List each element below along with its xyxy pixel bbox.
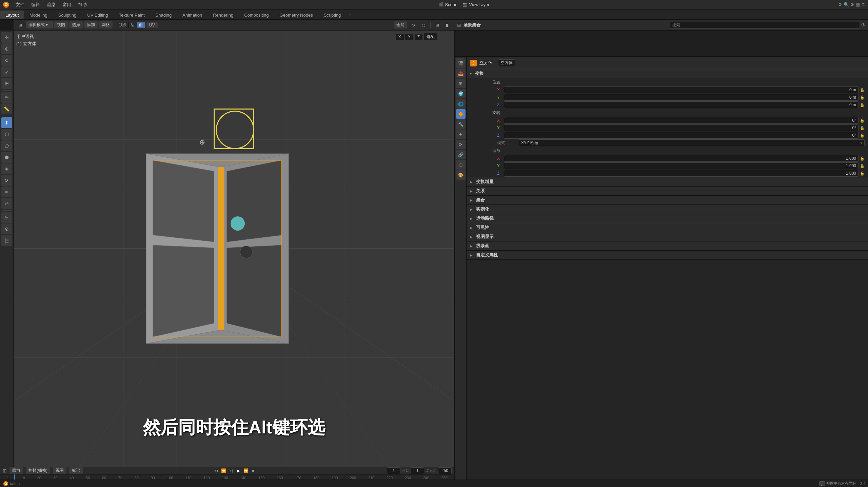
uv-menu[interactable]: UV — [146, 22, 158, 28]
tool-transform[interactable]: ⊞ — [1, 78, 12, 89]
next-frame-btn[interactable]: ⏩ — [243, 468, 249, 474]
loc-y-input[interactable]: 0 m — [504, 94, 859, 101]
rot-y-lock[interactable]: 🔒 — [860, 126, 865, 130]
motion-path-header[interactable]: ▶ 运动路径 — [467, 214, 868, 223]
loc-x-input[interactable]: 0 m — [504, 86, 859, 93]
rot-x-input[interactable]: 0° — [504, 117, 859, 124]
scale-x-lock[interactable]: 🔒 — [860, 156, 865, 161]
select-menu[interactable]: 选择 — [69, 21, 83, 28]
tool-rotate[interactable]: ↻ — [1, 55, 12, 66]
props-tab-material[interactable]: 🎨 — [456, 170, 466, 180]
props-tab-data[interactable]: ⬡ — [456, 160, 466, 170]
view-menu-tl[interactable]: 视图 — [53, 467, 66, 474]
filter-icon[interactable]: ⚗ — [861, 2, 865, 7]
tool-shear[interactable]: ⬱ — [1, 235, 12, 246]
menu-window[interactable]: 窗口 — [59, 0, 75, 9]
custom-props-header[interactable]: ▶ 自定义属性 — [467, 251, 868, 259]
tab-animation[interactable]: Animation — [177, 11, 208, 19]
scale-z-lock[interactable]: 🔒 — [860, 171, 865, 176]
prev-frame-btn[interactable]: ⏪ — [221, 468, 227, 474]
tab-sculpting[interactable]: Sculpting — [53, 11, 82, 19]
rot-mode-dropdown[interactable]: XYZ 欧拉 ▾ — [519, 139, 865, 146]
blender-logo[interactable] — [0, 0, 12, 9]
props-tab-constraints[interactable]: 🔗 — [456, 150, 466, 159]
line-art-header[interactable]: ▶ 线条画 — [467, 241, 868, 250]
outliner-filter-icon[interactable]: ⚗ — [861, 22, 865, 27]
loc-z-input[interactable]: 0 m — [504, 101, 859, 108]
add-menu[interactable]: 添加 — [84, 21, 98, 28]
tab-scripting[interactable]: Scripting — [318, 11, 347, 19]
tool-bevel[interactable]: ⬠ — [1, 140, 12, 151]
start-frame-display[interactable]: 1 — [411, 467, 424, 474]
tab-texture-paint[interactable]: Texture Paint — [114, 11, 150, 19]
vertex-mode-btn[interactable]: 顶点 — [117, 22, 129, 28]
tool-measure[interactable]: 📏 — [1, 103, 12, 114]
viewport-display-header[interactable]: ▶ 视图显示 — [467, 232, 868, 241]
props-tab-particles[interactable]: ✦ — [456, 130, 466, 139]
jump-end-btn[interactable]: ⏭ — [251, 468, 257, 474]
rot-y-input[interactable]: 0° — [504, 124, 859, 131]
collection-section-header[interactable]: ▶ 集合 — [467, 196, 868, 204]
scale-z-input[interactable]: 1.000 — [504, 170, 859, 177]
play-reverse-btn[interactable]: ◁ — [228, 468, 234, 474]
tab-uv-editing[interactable]: UV Editing — [82, 11, 113, 19]
tab-rendering[interactable]: Rendering — [208, 11, 239, 19]
global-toggle[interactable]: 全局 — [394, 21, 407, 28]
timeline-editor-icon[interactable]: ⊞ — [3, 468, 7, 473]
tool-slide[interactable]: ⇌ — [1, 198, 12, 209]
end-frame-display[interactable]: 250 — [438, 467, 452, 474]
markers-menu[interactable]: 标记 — [69, 467, 83, 474]
menu-help[interactable]: 帮助 — [75, 0, 90, 9]
props-tab-physics[interactable]: ⟳ — [456, 140, 466, 149]
mesh-menu[interactable]: 网格 — [99, 21, 113, 28]
select-options[interactable]: 选项 — [424, 33, 437, 40]
rot-z-input[interactable]: 0° — [504, 132, 859, 139]
tool-scale[interactable]: ⤢ — [1, 66, 12, 77]
add-tab-button[interactable]: + — [346, 11, 354, 19]
tool-inset[interactable]: ⬡ — [1, 129, 12, 140]
play-btn[interactable]: ▶ — [236, 468, 242, 474]
edge-mode-btn[interactable]: 边 — [129, 22, 137, 28]
view-menu[interactable]: 视图 — [54, 21, 68, 28]
jump-start-btn[interactable]: ⏮ — [213, 468, 219, 474]
outliner-search[interactable] — [670, 22, 859, 28]
prefs-icon[interactable]: ⚙ — [850, 2, 854, 7]
menu-file[interactable]: 文件 — [12, 0, 28, 9]
engine-icon[interactable]: ⚙ — [838, 2, 842, 7]
transform-extra-header[interactable]: ▶ 变换增量 — [467, 177, 868, 186]
transform-section-header[interactable]: ▾ 变换 — [467, 69, 868, 78]
mode-selector[interactable]: 编辑模式 ▾ — [26, 21, 53, 28]
tab-shading[interactable]: Shading — [150, 11, 177, 19]
props-tab-render[interactable]: 🎬 — [456, 58, 466, 68]
menu-edit[interactable]: 编辑 — [28, 0, 43, 9]
menu-render[interactable]: 渲染 — [43, 0, 59, 9]
props-tab-world[interactable]: 🌐 — [456, 99, 466, 109]
editor-type-icon[interactable]: ⊞ — [16, 21, 24, 29]
props-tab-modifiers[interactable]: 🔧 — [456, 119, 466, 129]
scale-x-input[interactable]: 1.000 — [504, 155, 859, 162]
layout-icon[interactable]: ▦ — [856, 2, 860, 7]
current-frame-display[interactable]: 1 — [387, 467, 400, 474]
loc-y-lock[interactable]: 🔒 — [860, 95, 865, 100]
props-tab-output[interactable]: 📤 — [456, 69, 466, 78]
loc-z-lock[interactable]: 🔒 — [860, 103, 865, 107]
rot-x-lock[interactable]: 🔒 — [860, 118, 865, 123]
props-tab-scene[interactable]: 🌍 — [456, 89, 466, 98]
snap-icon[interactable]: ⊙ — [409, 21, 417, 29]
mesh-name-field[interactable]: 立方体 — [498, 60, 515, 66]
tool-poly-build[interactable]: ◈ — [1, 163, 12, 174]
loc-x-lock[interactable]: 🔒 — [860, 88, 865, 92]
tab-compositing[interactable]: Compositing — [239, 11, 274, 19]
tool-loop-cut[interactable]: ⬟ — [1, 152, 12, 163]
viewport-3d[interactable]: ⊕ 用户透视 (1) 立方体 X Y Z 选项 然后同时按住Alt键环选 — [14, 31, 454, 467]
rot-z-lock[interactable]: 🔒 — [860, 133, 865, 138]
relations-header[interactable]: ▶ 关系 — [467, 187, 868, 195]
view-layer-name[interactable]: ViewLayer — [469, 2, 489, 7]
props-tab-object[interactable]: 🔶 — [456, 109, 466, 119]
object-name-field[interactable]: 立方体 — [479, 60, 493, 66]
tool-bisect[interactable]: ⊘ — [1, 223, 12, 234]
playback-menu[interactable]: 回放 — [9, 467, 23, 474]
scale-y-lock[interactable]: 🔒 — [860, 164, 865, 168]
keying-menu[interactable]: 抓帧(插帧) — [26, 467, 50, 474]
tool-annotate[interactable]: ✏ — [1, 92, 12, 103]
